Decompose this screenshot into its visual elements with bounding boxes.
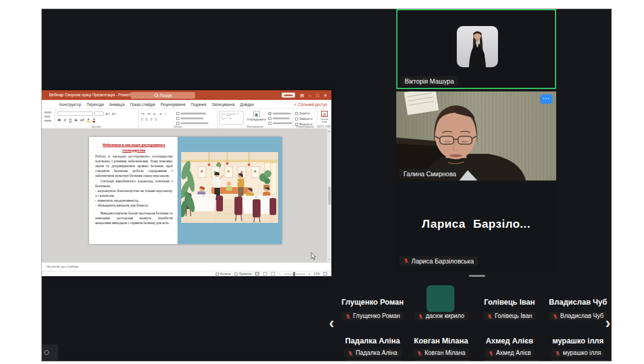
ribbon-button-placeholder[interactable] — [44, 120, 51, 122]
tab-review[interactable]: Рецензування — [161, 102, 185, 107]
participant-tile[interactable]: Падалка Аліна Падалка Аліна — [339, 317, 406, 362]
highlight-color-button[interactable]: А — [87, 117, 90, 122]
replace-button[interactable]: Замінити — [299, 117, 313, 121]
bold-button[interactable]: Ж — [58, 118, 61, 122]
slide-text-block: Небезпеки в закладах ресторанного господ… — [95, 142, 173, 225]
participant-name-label: Лариса Барзіловська — [399, 256, 478, 266]
normal-view-button[interactable] — [255, 272, 259, 276]
share-button[interactable]: ⇗ Спільний доступ — [294, 102, 327, 107]
slide-paragraph: Робота в закладах ресторанного господарс… — [95, 154, 173, 178]
participant-display-name: Голівець Іван — [476, 298, 543, 306]
slide-bullet: - загрожують благополуччю не тільки перс… — [95, 188, 173, 198]
comments-toggle[interactable]: Примітки — [234, 272, 251, 276]
gallery-next-button[interactable]: › — [605, 315, 611, 331]
indent-decrease-button[interactable]: ⇤ — [153, 111, 156, 116]
zoom-in-button[interactable]: + — [308, 272, 310, 276]
ppt-search-placeholder: Пошук — [160, 93, 172, 98]
shape-effects-button[interactable] — [273, 122, 292, 124]
font-name-box[interactable] — [58, 111, 93, 116]
tile-options-button[interactable]: ··· — [540, 94, 553, 104]
font-size-box[interactable] — [95, 111, 104, 116]
ribbon-button-placeholder[interactable] — [44, 111, 51, 113]
video-tile-halyna[interactable]: ··· Галина Смирнова — [396, 91, 556, 180]
participant-name-label: Галина Смирнова — [399, 169, 460, 179]
shapes-gallery[interactable]: □○△▷◇☆ ╲─◦▭ — [219, 111, 244, 125]
align-center-button[interactable]: ≡ — [146, 117, 148, 121]
tab-animations[interactable]: Анімація — [109, 102, 124, 107]
align-text-button[interactable] — [181, 117, 204, 119]
slide-image-panel — [178, 137, 282, 244]
collapse-ribbon-button[interactable]: ˄ — [327, 124, 330, 128]
scroll-up-icon[interactable]: ▲ — [328, 130, 331, 133]
find-button[interactable]: Знайти — [299, 111, 310, 115]
corner-toolbar-stub[interactable] — [42, 345, 58, 360]
ribbon-group-drawing: □○△▷◇☆ ╲─◦▭ ▣ Упорядкувати Малювання — [217, 109, 293, 129]
bullets-button[interactable]: ≔ — [141, 111, 145, 116]
ppt-search-box[interactable]: Пошук — [131, 92, 195, 99]
text-direction-icon — [176, 112, 179, 115]
justify-button[interactable]: ≡ — [155, 117, 158, 121]
participant-tile[interactable]: мурашко ілля мурашко ілля — [545, 317, 611, 362]
mic-off-icon — [348, 351, 353, 356]
create-pdf-icon: ▥ — [321, 111, 328, 117]
tab-help[interactable]: Довідка — [240, 102, 254, 107]
tab-transitions[interactable]: Переходи — [87, 102, 104, 107]
participant-name-label: Вікторія Машура — [400, 76, 458, 87]
numbering-button[interactable]: ≕ — [147, 111, 151, 116]
indent-increase-button[interactable]: ⇥ — [159, 111, 162, 116]
ribbon-options-icon[interactable]: ▤ — [300, 93, 304, 98]
share-icon: ⇗ — [294, 102, 297, 107]
font-color-button[interactable]: А — [93, 117, 95, 122]
strikethrough-button[interactable]: S — [75, 118, 77, 122]
participant-name-label: мурашко ілля — [551, 349, 605, 357]
scroll-down-icon[interactable]: ▼ — [328, 258, 331, 261]
comments-icon — [234, 273, 237, 276]
gallery-prev-button[interactable]: ‹ — [329, 315, 334, 331]
participant-label-clipped — [414, 360, 471, 362]
italic-button[interactable]: К — [64, 118, 66, 122]
zoom-out-button[interactable]: − — [279, 272, 281, 276]
video-tile-larysa[interactable]: Лариса Барзіло... Лариса Барзіловська — [396, 182, 556, 272]
line-spacing-button[interactable]: ↕ — [164, 112, 166, 116]
restore-icon[interactable]: □ — [316, 93, 319, 98]
grow-font-button[interactable]: А˄ — [105, 112, 110, 116]
align-right-button[interactable]: ≡ — [150, 117, 153, 121]
shape-fill-button[interactable] — [273, 113, 291, 114]
minimize-icon[interactable]: – — [309, 93, 311, 98]
slide-sorter-view-button[interactable] — [263, 272, 267, 276]
zoom-level[interactable]: 17% — [314, 272, 320, 276]
participant-tile[interactable]: Ковган Мілана Ковган Мілана — [408, 317, 474, 362]
mic-off-icon — [486, 359, 491, 362]
scrollbar-thumb[interactable] — [328, 187, 331, 205]
tab-view[interactable]: Подання — [191, 102, 206, 107]
slideshow-view-button[interactable] — [271, 272, 275, 276]
align-left-button[interactable]: ≡ — [141, 117, 144, 121]
fit-slide-button[interactable] — [324, 272, 327, 276]
close-icon[interactable]: ✕ — [324, 93, 327, 98]
text-direction-button[interactable] — [181, 113, 206, 114]
shrink-font-button[interactable]: А˅ — [112, 112, 117, 116]
participant-tile[interactable]: Ахмед Алієв Ахмед Алієв — [476, 317, 543, 362]
video-tile-viktoriia[interactable]: Вікторія Машура — [396, 9, 556, 89]
ppt-status-bar: Нотатки Примітки − + 17% — [42, 271, 331, 276]
participant-display-name: Ахмед Алієв — [476, 337, 543, 345]
slide[interactable]: Небезпеки в закладах ресторанного господ… — [89, 137, 282, 244]
align-text-icon — [176, 117, 179, 120]
canvas-scrollbar[interactable]: ▲ ▼ — [327, 128, 331, 262]
char-spacing-button[interactable]: аб — [80, 118, 84, 122]
create-pdf-button[interactable]: ▥ Create PDF — [318, 111, 331, 124]
ppt-titlebar: Вебінар Охорона праці Презентація - Powe… — [42, 90, 331, 100]
shape-outline-button[interactable] — [273, 117, 290, 119]
mic-off-icon — [554, 359, 560, 362]
convert-smartart-button[interactable] — [181, 122, 208, 124]
tab-recording[interactable]: Записування — [212, 102, 235, 107]
underline-button[interactable]: П — [69, 118, 71, 122]
ribbon-button-placeholder[interactable] — [44, 116, 50, 117]
notes-toggle[interactable]: Нотатки — [216, 272, 231, 276]
account-button[interactable] — [282, 93, 295, 98]
notes-panel[interactable]: Нотатки до слайда — [42, 262, 331, 271]
tab-slideshow[interactable]: Показ слайдів — [130, 102, 155, 107]
zoom-slider[interactable] — [284, 274, 305, 274]
arrange-button[interactable]: ▣ Упорядкувати — [246, 111, 267, 121]
tab-design[interactable]: Конструктор — [59, 102, 81, 107]
